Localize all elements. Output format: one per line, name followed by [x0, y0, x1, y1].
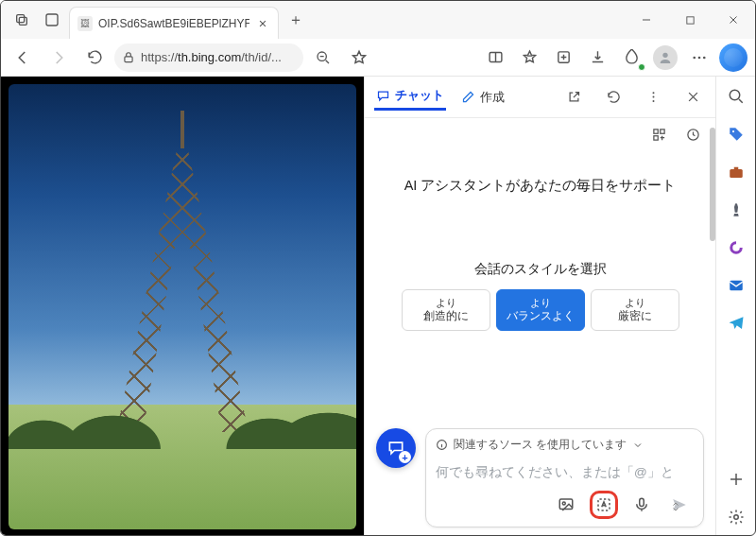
collections-icon[interactable] [547, 43, 579, 73]
style-picker-label: 会話のスタイルを選択 [380, 261, 700, 278]
chat-icon [376, 89, 390, 103]
svg-rect-23 [640, 498, 644, 506]
style-precise-bottom: 厳密に [618, 309, 652, 323]
sidebar-rail [715, 77, 755, 536]
style-precise[interactable]: より厳密に [591, 289, 679, 331]
style-creative-bottom: 創造的に [423, 309, 469, 323]
rail-search-icon[interactable] [724, 84, 748, 109]
tab-title: OIP.Sd6SawtBE9iEBEPlZHYFrwAA [98, 17, 249, 30]
rail-plus-icon[interactable] [724, 467, 748, 492]
svg-rect-3 [686, 16, 693, 23]
url-text: https://th.bing.com/th/id/... [141, 50, 282, 64]
eiffel-tower-image [9, 84, 356, 529]
rail-chess-icon[interactable] [724, 198, 748, 222]
new-tab-button[interactable]: ＋ [283, 7, 309, 33]
favorite-button[interactable] [343, 43, 375, 73]
input-tools [436, 483, 694, 519]
favorites-hub-icon[interactable] [513, 43, 545, 73]
style-balanced-bottom: バランスよく [507, 309, 575, 323]
rail-tag-icon[interactable] [724, 122, 748, 147]
apps-icon[interactable] [645, 121, 672, 147]
refresh-icon[interactable] [600, 84, 627, 111]
rail-loop-icon[interactable] [724, 235, 748, 260]
main-area: チャット 作成 AI アシスタントがあなたの毎日をサポート 会話のスタイルを選択 [1, 77, 755, 536]
chevron-down-icon [632, 440, 644, 451]
tab-strip: 🖼 OIP.Sd6SawtBE9iEBEPlZHYFrwAA ＋ [1, 1, 625, 39]
toolbar-right [479, 43, 749, 73]
rail-mail-icon[interactable] [724, 273, 748, 298]
style-picker: より創造的に よりバランスよく より厳密に [380, 289, 700, 331]
input-box: 関連するソース を使用しています 何でも尋ねてください、または「@」と [425, 428, 704, 527]
page-content[interactable] [1, 77, 364, 536]
style-creative[interactable]: より創造的に [402, 289, 490, 331]
image-icon[interactable] [552, 491, 580, 519]
address-bar[interactable]: https://th.bing.com/th/id/... [114, 43, 303, 72]
tab-close-icon[interactable] [255, 16, 270, 31]
svg-point-28 [733, 515, 738, 520]
svg-point-11 [703, 56, 706, 59]
open-external-icon[interactable] [560, 84, 587, 111]
tab-compose[interactable]: 作成 [459, 85, 507, 110]
nav-refresh-button[interactable] [78, 43, 111, 73]
mic-icon[interactable] [627, 491, 656, 519]
svg-point-12 [652, 92, 654, 94]
copilot-toolbar-button[interactable] [717, 43, 749, 73]
performance-icon[interactable] [615, 43, 647, 73]
tab-compose-label: 作成 [480, 89, 505, 106]
svg-point-9 [693, 56, 696, 59]
svg-point-25 [731, 130, 733, 132]
svg-rect-17 [653, 135, 657, 139]
more-icon[interactable] [640, 84, 666, 111]
rail-telegram-icon[interactable] [724, 311, 748, 336]
history-icon[interactable] [679, 121, 706, 147]
window-titlebar: 🖼 OIP.Sd6SawtBE9iEBEPlZHYFrwAA ＋ [1, 1, 755, 39]
copilot-header: チャット 作成 [365, 77, 715, 118]
scrollbar[interactable] [710, 128, 715, 442]
nav-forward-button [43, 43, 75, 73]
svg-point-24 [730, 90, 740, 100]
new-topic-button[interactable] [376, 428, 416, 468]
close-icon[interactable] [679, 84, 706, 111]
tab-actions-icon[interactable] [9, 7, 35, 33]
rail-settings-icon[interactable] [724, 505, 748, 529]
split-screen-icon[interactable] [479, 43, 511, 73]
compose-icon [461, 90, 475, 104]
copilot-headline: AI アシスタントがあなたの毎日をサポート [380, 177, 700, 195]
svg-rect-1 [19, 17, 26, 25]
svg-point-14 [652, 100, 654, 102]
window-close[interactable] [712, 1, 755, 39]
browser-tab[interactable]: 🖼 OIP.Sd6SawtBE9iEBEPlZHYFrwAA [69, 7, 279, 39]
expand-handle-icon[interactable] [670, 500, 681, 513]
svg-point-8 [662, 52, 667, 57]
svg-rect-16 [660, 129, 663, 132]
rail-briefcase-icon[interactable] [724, 160, 748, 184]
chat-input[interactable]: 何でも尋ねてください、または「@」と [436, 458, 694, 483]
more-menu-button[interactable] [683, 43, 715, 73]
sources-row[interactable]: 関連するソース を使用しています [436, 437, 694, 458]
tab-chat-label: チャット [395, 87, 444, 104]
profile-button[interactable] [649, 43, 681, 73]
nav-back-button[interactable] [7, 43, 39, 73]
site-identity-icon[interactable] [122, 51, 135, 64]
window-controls [625, 1, 755, 39]
workspaces-icon[interactable] [39, 7, 65, 33]
copilot-panel: チャット 作成 AI アシスタントがあなたの毎日をサポート 会話のスタイルを選択 [364, 77, 755, 536]
style-balanced-top: より [530, 297, 551, 310]
sources-text: 関連するソース を使用しています [454, 437, 627, 453]
style-balanced[interactable]: よりバランスよく [496, 289, 585, 331]
tab-chat[interactable]: チャット [374, 83, 446, 111]
svg-rect-15 [653, 129, 657, 132]
style-creative-top: より [436, 297, 456, 310]
copilot-subheader [365, 118, 715, 150]
window-minimize[interactable] [625, 1, 668, 39]
svg-rect-4 [125, 56, 132, 61]
style-precise-top: より [625, 297, 645, 310]
downloads-icon[interactable] [581, 43, 613, 73]
svg-point-21 [562, 502, 565, 505]
window-maximize[interactable] [668, 1, 712, 39]
snip-icon[interactable] [590, 491, 618, 519]
copilot-input-area: 関連するソース を使用しています 何でも尋ねてください、または「@」と [376, 428, 704, 527]
info-icon [436, 439, 448, 451]
svg-rect-26 [730, 169, 743, 178]
zoom-icon[interactable] [307, 43, 339, 73]
